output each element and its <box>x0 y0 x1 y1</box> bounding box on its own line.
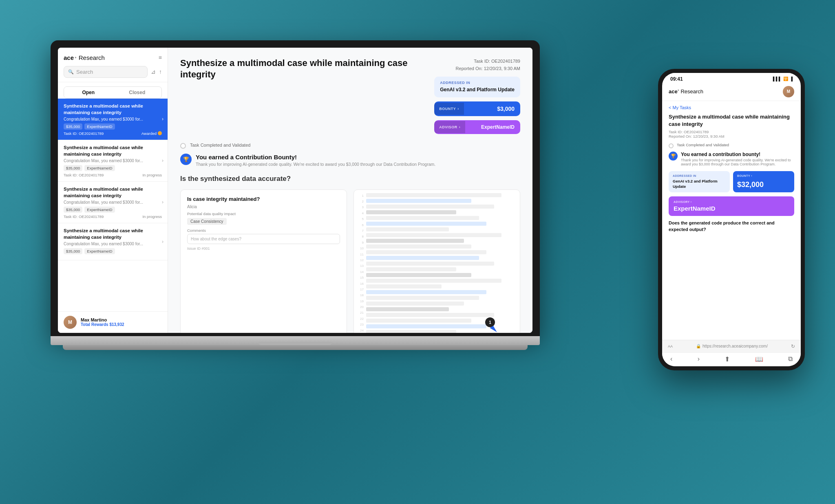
wifi-icon: 🛜 <box>783 77 788 81</box>
sidebar-item-tags: $35,000 ExpertNameID <box>64 248 162 254</box>
sidebar-logo: ace+ Research ≡ <box>64 54 162 61</box>
upload-icon[interactable]: ↑ <box>159 68 162 75</box>
logo-ace: ace <box>64 54 74 61</box>
logo-sup: + <box>75 56 77 59</box>
phone-addressed-label: ADDRESSED IN <box>673 174 726 177</box>
phone-avatar[interactable]: M <box>783 86 794 97</box>
timeline: Task Completed and Validated 🏆 You earne… <box>180 142 520 167</box>
tag-expert: ExpertNameID <box>84 207 115 213</box>
filter-icon[interactable]: ⊿ <box>151 68 156 75</box>
question-card-1: Is case integrity maintained? Alicia Pot… <box>180 189 347 333</box>
search-placeholder: Search <box>76 69 93 75</box>
q-comments-label: Comments <box>187 228 340 233</box>
phone-advisor-value: ExpertNameID <box>674 205 789 212</box>
share-icon[interactable]: ⬆ <box>725 355 730 363</box>
chevron-icon: › <box>162 158 163 163</box>
task-id: Task ID: OE202401789 <box>64 173 104 177</box>
phone-addressed-value: GenAI v3.2 and Platform Update <box>673 178 726 189</box>
user-rewards: Total Rewards $13,932 <box>81 322 124 327</box>
trophy-icon: 🏆 <box>180 154 192 165</box>
sidebar-item[interactable]: Synthesize a multimodal case while maint… <box>58 223 168 260</box>
refresh-icon[interactable]: ↻ <box>791 343 795 349</box>
laptop-foot <box>63 345 528 350</box>
phone-header: ace+ Research M <box>662 84 801 101</box>
back-link-text: < My Tasks <box>669 105 691 110</box>
phone-cards: ADDRESSED IN GenAI v3.2 and Platform Upd… <box>669 171 794 193</box>
hamburger-icon[interactable]: ≡ <box>159 54 162 61</box>
phone-reported-on: Reported On: 12/20/23, 9:30 AM <box>669 134 794 139</box>
timeline-item-2: 🏆 You earned a Contribution Bounty! Than… <box>180 154 520 167</box>
phone-timeline-item-2: 🏆 You earned a contribution bounty! Than… <box>669 152 794 166</box>
sidebar-item-tags: $35,000 ExpertNameID <box>64 165 162 171</box>
main-content: Synthesize a multimodal case while maint… <box>168 48 532 333</box>
sidebar-item-title: Synthesize a multimodal case while maint… <box>64 103 162 116</box>
code-content <box>366 193 517 333</box>
reported-on: Reported On: 12/20/23, 9:30 AM <box>434 65 520 73</box>
phone-advisor-card: ADVISORY › ExpertNameID <box>669 196 794 216</box>
code-lines: 1234567891011121314151617181920212223242… <box>354 190 520 333</box>
tab-closed[interactable]: Closed <box>113 87 162 98</box>
phone-status-icons: ▌▌▌ 🛜 ▐ <box>773 77 793 81</box>
advisor-card: ADVISOR › ExpertNameID <box>434 120 520 134</box>
forward-icon[interactable]: › <box>698 355 700 363</box>
advisor-label: ADVISOR › <box>434 121 465 133</box>
sidebar-item[interactable]: Synthesize a multimodal case while maint… <box>58 182 168 223</box>
timeline-text: Task Completed and Validated <box>190 142 250 147</box>
tabs-icon[interactable]: ⧉ <box>788 355 793 363</box>
chevron-icon: › <box>162 239 163 244</box>
battery-icon: ▐ <box>790 77 793 81</box>
task-id: Task ID: OE202401789 <box>64 214 104 219</box>
laptop-bezel: ace+ Research ≡ 🔍 Search ⊿ ↑ <box>51 40 540 336</box>
bounty-amount: $3,000 <box>464 101 520 116</box>
tab-open[interactable]: Open <box>64 87 113 98</box>
phone-bezel: 09:41 ▌▌▌ 🛜 ▐ ace+ Research M <box>658 69 805 370</box>
phone-timeline-item-1: Task Completed and Validated <box>669 143 794 148</box>
sidebar-header: ace+ Research ≡ 🔍 Search ⊿ ↑ <box>58 48 168 82</box>
phone-bounty-label: BOUNTY › <box>737 174 790 177</box>
advisor-arrow-icon: › <box>459 125 461 129</box>
bookmarks-icon[interactable]: 📖 <box>755 355 763 363</box>
task-header-right: Task ID: OE202401789 Reported On: 12/20/… <box>434 57 520 134</box>
phone-task-id: Task ID: OE202401789 <box>669 130 794 134</box>
phone-url-bar: AA 🔒 https://research.aceaicompany.com/ … <box>662 340 801 352</box>
bounty-label-text: BOUNTY <box>439 107 456 111</box>
q-quality-label: Potential data quality impact <box>187 211 340 216</box>
addressed-card: ADDRESSED IN GenAI v3.2 and Platform Upd… <box>434 77 520 97</box>
phone-timeline-text-1: Task Completed and Validated <box>677 143 729 147</box>
phone-brand: Research <box>680 88 703 95</box>
phone-bounty-title: You earned a contribution bounty! <box>681 152 794 157</box>
sidebar-item[interactable]: Synthesize a multimodal case while maint… <box>58 140 168 182</box>
q-comment-box[interactable]: How about the edge cases? <box>187 234 340 244</box>
task-id: Task ID: OE202401789 <box>64 131 104 136</box>
bounty-info: You earned a Contribution Bounty! Thank … <box>196 154 435 167</box>
phone-bounty-desc: Thank you for improving AI-generated cod… <box>681 158 794 166</box>
logo: ace+ Research <box>64 54 105 61</box>
sidebar-item-desc: Congratulation Max, you earned $3000 for… <box>64 242 162 246</box>
phone: 09:41 ▌▌▌ 🛜 ▐ ace+ Research M <box>658 69 805 370</box>
tag-amount: $35,000 <box>64 165 82 171</box>
phone-timeline: Task Completed and Validated 🏆 You earne… <box>669 143 794 166</box>
phone-question: Does the generated code produce the corr… <box>669 220 794 233</box>
back-icon[interactable]: ‹ <box>670 355 672 363</box>
phone-back-link[interactable]: < My Tasks <box>669 105 794 110</box>
bounty-label: BOUNTY › <box>434 103 464 115</box>
bounty-card: BOUNTY › $3,000 <box>434 101 520 116</box>
chevron-icon: › <box>162 116 163 122</box>
phone-nav-bar: ‹ › ⬆ 📖 ⧉ <box>662 352 801 366</box>
phone-url[interactable]: 🔒 https://research.aceaicompany.com/ <box>696 344 768 348</box>
right-panel: ADDRESSED IN GenAI v3.2 and Platform Upd… <box>434 77 520 134</box>
cards-grid: Is case integrity maintained? Alicia Pot… <box>180 189 520 333</box>
search-box[interactable]: 🔍 Search <box>64 66 148 78</box>
tab-row: Open Closed <box>64 86 162 99</box>
tag-expert: ExpertNameID <box>84 165 115 171</box>
rewards-amount: $13,932 <box>109 322 124 327</box>
phone-addressed-card: ADDRESSED IN GenAI v3.2 and Platform Upd… <box>669 171 730 193</box>
task-header-left: Synthesize a multimodal case while maint… <box>180 57 425 134</box>
phone-logo: ace+ Research <box>669 88 703 95</box>
sidebar-item[interactable]: Synthesize a multimodal case while maint… <box>58 99 168 140</box>
sidebar-item-title: Synthesize a multimodal case while maint… <box>64 227 162 240</box>
sidebar-item-meta: Task ID: OE202401789 Awarded <box>64 131 162 136</box>
status-text: Awarded <box>141 131 157 136</box>
sidebar: ace+ Research ≡ 🔍 Search ⊿ ↑ <box>58 48 168 333</box>
task-title: Synthesize a multimodal case while maint… <box>180 57 425 81</box>
